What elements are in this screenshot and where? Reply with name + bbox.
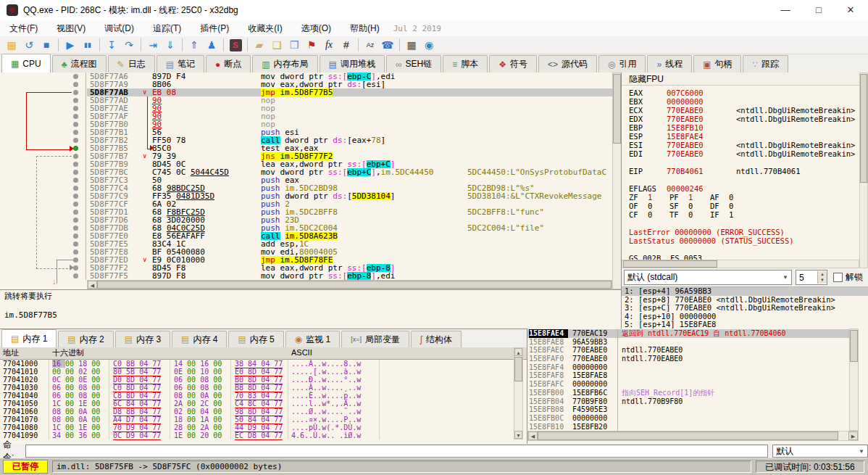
register-row[interactable]: EBP15E8FB10 — [622, 123, 858, 132]
dump-header-address[interactable]: 地址 — [3, 347, 19, 359]
breakpoint-slot-dot[interactable] — [73, 226, 78, 231]
spinner-arrows-icon[interactable]: ▲▼ — [817, 271, 827, 284]
stack-row[interactable]: 15E8FAEC770EABE0ntdll.770EABE0 — [527, 346, 859, 355]
breakpoint-slot-dot[interactable] — [73, 154, 78, 159]
register-row[interactable]: EDX770EABE0<ntdll.DbgUiRemoteBreakin> — [622, 115, 858, 123]
argument-row[interactable]: 1: [esp+4] 96A59BB3 — [622, 287, 868, 296]
disasm-hscrollbar[interactable]: ◀ — [87, 280, 612, 289]
register-row[interactable]: EIP770B4061ntdll.770B4061 — [622, 167, 858, 175]
tab-log[interactable]: ✎日志 — [108, 55, 155, 73]
pause-button[interactable]: ▮▮ — [79, 38, 96, 53]
command-input[interactable] — [25, 445, 768, 458]
register-row[interactable]: LastError 00000000 (ERROR_SUCCESS) — [622, 228, 858, 236]
step-over-button[interactable]: ↷ — [120, 38, 138, 53]
breakpoint-slot-dot[interactable] — [73, 178, 78, 183]
arguments-list[interactable]: 1: [esp+4] 96A59BB32: [esp+8] 770EABE0 <… — [622, 286, 868, 329]
breakpoint-slot-dot[interactable] — [73, 210, 78, 215]
calling-convention-select[interactable]: 默认 (stdcall) ▼ — [624, 270, 792, 285]
breakpoint-slot-dot[interactable] — [73, 122, 78, 127]
tab-notes[interactable]: ▤笔记 — [157, 55, 204, 73]
breakpoint-slot-dot[interactable] — [73, 114, 78, 119]
dump-row[interactable]: 7704101000 00 02 0080 5B 04 770E 00 10 0… — [0, 368, 512, 376]
hash-button[interactable]: # — [338, 38, 355, 53]
menu-item-T[interactable]: 追踪(T) — [143, 20, 191, 36]
stack-row[interactable]: 15E8FAF0770EABE0ntdll.770EABE0 — [527, 355, 859, 363]
breakpoint-slot-dot[interactable] — [73, 82, 78, 87]
breakpoint-slot-dot[interactable] — [73, 90, 78, 95]
breakpoint-slot-dot[interactable] — [73, 130, 78, 135]
breakpoint-slot-dot[interactable] — [73, 186, 78, 191]
run-to-user-code-button[interactable]: ♟ — [203, 38, 220, 53]
dump-header-hex[interactable]: 十六进制 — [52, 347, 84, 359]
globe-button[interactable]: ◉ — [420, 38, 438, 53]
argument-row[interactable]: 4: [esp+10] 00000000 — [622, 313, 868, 321]
disassembly-panel[interactable]: ↓ 5D8F77A6897D F4mov dword ptr ss:[ebp-C… — [0, 73, 622, 289]
register-row[interactable] — [622, 175, 858, 184]
execute-till-return-button[interactable]: ⇑ — [185, 38, 203, 53]
stack-row[interactable]: 15E8FAE4770EAC19返回到 ntdll.770EAC19 自 ntd… — [527, 329, 859, 338]
menu-item-D[interactable]: 调试(D) — [95, 20, 143, 36]
phone-button[interactable]: ☎ — [379, 38, 396, 53]
breakpoint-slot-dot[interactable] — [73, 273, 78, 278]
menu-item-I[interactable]: 收藏夹(I) — [238, 20, 291, 36]
calculator-button[interactable]: ▦ — [403, 38, 420, 53]
stack-row[interactable]: 15E8FAFC00000000 — [527, 380, 859, 389]
breakpoint-slot-dot[interactable] — [73, 138, 78, 143]
stack-row[interactable]: 15E8FB1015E8FB20 — [527, 423, 859, 431]
tab-call-stack[interactable]: ▤调用堆栈 — [320, 55, 385, 73]
tab-watch-1[interactable]: ◉监视 1 — [285, 331, 341, 347]
restart-button[interactable]: ↺ — [20, 38, 38, 53]
breakpoint-slot-dot[interactable] — [73, 194, 78, 199]
memory-dump-panel[interactable]: 地址 十六进制 ASCII 7704100016 00 18 00C0 8B 0… — [0, 347, 527, 444]
scroll-left-button[interactable]: ◀ — [88, 281, 97, 289]
stack-row[interactable]: 15E8FB0015E8FB6C指向SEH_Record[1]的指针 — [527, 389, 859, 397]
tab-dump-2[interactable]: ▤内存 2 — [58, 331, 113, 347]
argument-row[interactable]: 5: [esp+14] 15E8FAE8 — [622, 321, 868, 329]
stack-panel[interactable]: 15E8FAE4770EAC19返回到 ntdll.770EAC19 自 ntd… — [527, 329, 868, 444]
tab-dump-4[interactable]: ▤内存 4 — [172, 331, 227, 347]
stack-vscroll-thumb[interactable] — [850, 330, 858, 362]
menu-item-F[interactable]: 文件(F) — [0, 20, 47, 36]
menu-item-H[interactable]: 帮助(H) — [341, 20, 389, 36]
dump-header-ascii[interactable]: ASCII — [291, 347, 312, 359]
step-into-button[interactable]: ↧ — [103, 38, 120, 53]
stack-row[interactable]: 15E8FAE896A59BB3 — [527, 338, 859, 347]
run-to-cursor-button[interactable]: ⇥ — [144, 38, 162, 53]
register-row[interactable]: ECX770EABE0<ntdll.DbgUiRemoteBreakin> — [622, 106, 858, 115]
close-window-button[interactable]: ✕ — [835, 0, 867, 20]
registers-hscrollbar[interactable] — [622, 260, 859, 268]
registers-hscroll-thumb[interactable] — [623, 260, 717, 268]
breakpoint-slot-dot[interactable] — [73, 106, 78, 111]
scroll-up-button[interactable]: ▲ — [514, 348, 522, 356]
register-row[interactable]: EBX00000000 — [622, 97, 858, 106]
command-mode-select[interactable]: 默认 ▼ — [772, 445, 868, 458]
registers-vscroll-thumb[interactable] — [860, 74, 867, 183]
tab-dump-1[interactable]: ▤内存 1 — [1, 329, 57, 347]
tab-seh[interactable]: ∞SEH链 — [386, 55, 441, 73]
breakpoint-slot-dot[interactable] — [73, 162, 78, 167]
tab-symbols[interactable]: ❖符号 — [489, 55, 537, 73]
tab-dump-3[interactable]: ▤内存 3 — [115, 331, 170, 347]
breakpoint-slot-dot[interactable] — [73, 257, 78, 263]
breakpoint-slot-dot[interactable] — [73, 234, 78, 239]
menu-item-O[interactable]: 选项(O) — [292, 20, 341, 36]
bookmarks-button[interactable]: ⚑ — [303, 38, 320, 53]
stack-row[interactable]: 15E8FB0C00000000 — [527, 414, 859, 423]
breakpoint-slot-dot[interactable] — [73, 218, 78, 223]
tab-references[interactable]: ◎引用 — [598, 55, 646, 73]
case-button[interactable]: Az — [362, 38, 379, 53]
argument-row[interactable]: 2: [esp+8] 770EABE0 <ntdll.DbgUiRemoteBr… — [622, 296, 868, 305]
scroll-left-button[interactable]: ◀ — [528, 431, 538, 440]
dump-row[interactable]: 7704106008 00 0A 00D8 8B 04 7702 00 04 0… — [0, 408, 512, 416]
register-row[interactable]: OF0SF0DF0 — [622, 202, 858, 210]
register-row[interactable] — [622, 158, 858, 167]
hide-fpu-button[interactable]: 隐藏FPU — [622, 73, 868, 86]
register-row[interactable]: EFLAGS00000246 — [622, 184, 858, 193]
breakpoint-slot-dot[interactable] — [73, 202, 78, 207]
scroll-right-button[interactable]: ▶ — [848, 431, 858, 440]
tab-cpu[interactable]: ▦CPU — [1, 54, 51, 73]
stack-row[interactable]: 15E8FB04770B9F80ntdll.770B9F80 — [527, 397, 859, 406]
breakpoint-slot-dot[interactable] — [73, 170, 78, 175]
tab-trace[interactable]: ∵跟踪 — [743, 55, 788, 73]
register-row[interactable]: LastStatus 00000000 (STATUS_SUCCESS) — [622, 236, 858, 245]
